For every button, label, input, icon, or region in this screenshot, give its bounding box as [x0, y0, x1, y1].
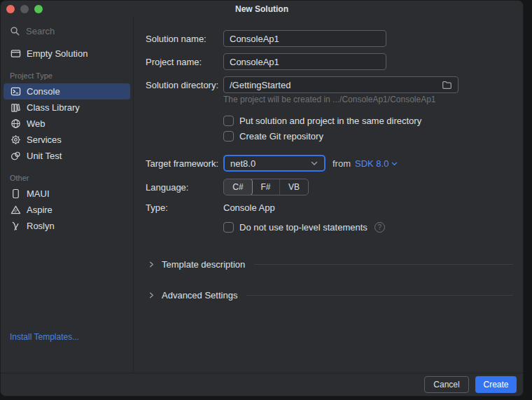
sdk-version-dropdown[interactable]: SDK 8.0 — [355, 158, 398, 169]
sidebar-item-aspire[interactable]: Aspire — [4, 202, 130, 218]
same-directory-checkbox-row[interactable]: Put solution and project in the same dir… — [223, 116, 513, 126]
language-option-vb[interactable]: VB — [280, 179, 308, 195]
dialog-title: New Solution — [235, 4, 288, 14]
solution-directory-input[interactable]: /GettingStarted — [223, 76, 458, 93]
cancel-button[interactable]: Cancel — [424, 376, 469, 393]
chevron-right-icon — [146, 258, 157, 270]
minimize-window-button[interactable] — [20, 5, 29, 13]
dialog-footer: Cancel Create — [1, 373, 523, 396]
sidebar-item-roslyn[interactable]: Roslyn — [4, 218, 130, 234]
chevron-down-icon — [391, 160, 398, 167]
sidebar-item-services[interactable]: Services — [4, 132, 130, 148]
search-placeholder: Search — [26, 26, 55, 36]
language-option-csharp[interactable]: C# — [223, 179, 253, 195]
zoom-window-button[interactable] — [34, 5, 43, 13]
type-value: Console App — [223, 202, 275, 213]
sidebar-item-unit-test[interactable]: Unit Test — [4, 148, 130, 164]
target-framework-label: Target framework: — [146, 158, 223, 169]
same-directory-checkbox[interactable] — [223, 116, 234, 126]
solution-directory-label: Solution directory: — [146, 80, 223, 90]
chevron-down-icon — [309, 158, 320, 169]
chevron-right-icon — [146, 289, 157, 301]
top-level-statements-checkbox-row[interactable]: Do not use top-level statements ? — [223, 222, 513, 233]
git-repository-checkbox-row[interactable]: Create Git repository — [223, 131, 513, 142]
test-icon — [10, 151, 21, 162]
search-input[interactable]: Search — [1, 22, 133, 39]
template-description-section[interactable]: Template description — [146, 258, 513, 270]
language-segmented-control: C# F# VB — [223, 179, 309, 195]
solution-name-input[interactable]: ConsoleAp1 — [223, 30, 386, 47]
new-solution-form: Solution name: ConsoleAp1 Project name: … — [134, 18, 523, 373]
gear-icon — [10, 135, 21, 146]
target-framework-select[interactable]: net8.0 — [223, 155, 326, 172]
section-divider — [254, 264, 513, 265]
empty-solution-icon — [10, 48, 21, 60]
section-header-other: Other — [1, 174, 133, 182]
sidebar-item-console[interactable]: Console — [4, 83, 130, 99]
library-icon — [10, 102, 21, 113]
top-level-statements-checkbox[interactable] — [223, 222, 234, 233]
language-label: Language: — [146, 182, 223, 193]
terminal-icon — [10, 86, 21, 97]
create-button[interactable]: Create — [475, 376, 517, 393]
sidebar-item-maui[interactable]: MAUI — [4, 186, 130, 202]
template-sidebar: Search Empty Solution Project Type Conso… — [1, 18, 134, 373]
directory-helper-text: The project will be created in .../Conso… — [223, 95, 513, 104]
sidebar-item-web[interactable]: Web — [4, 116, 130, 132]
folder-icon[interactable] — [441, 79, 452, 90]
install-templates-link[interactable]: Install Templates... — [10, 332, 79, 342]
new-solution-dialog: New Solution Search Empty Solution Proje… — [0, 0, 524, 396]
section-header-project-type: Project Type — [1, 71, 133, 80]
solution-name-label: Solution name: — [146, 34, 223, 44]
search-icon — [9, 25, 20, 36]
triangle-icon — [10, 205, 21, 216]
window-controls — [6, 5, 43, 13]
language-option-fsharp[interactable]: F# — [252, 179, 280, 195]
from-label: from — [332, 158, 351, 169]
sidebar-item-class-library[interactable]: Class Library — [4, 99, 130, 116]
sidebar-item-empty-solution[interactable]: Empty Solution — [4, 46, 130, 62]
globe-icon — [10, 118, 21, 130]
section-divider — [246, 295, 513, 296]
advanced-settings-section[interactable]: Advanced Settings — [146, 289, 513, 301]
git-repository-checkbox[interactable] — [223, 131, 234, 142]
phone-icon — [10, 188, 21, 200]
lambda-icon — [10, 221, 21, 232]
close-window-button[interactable] — [6, 5, 15, 13]
project-name-label: Project name: — [146, 57, 223, 67]
project-name-input[interactable]: ConsoleAp1 — [223, 53, 386, 70]
help-icon[interactable]: ? — [374, 222, 385, 233]
type-label: Type: — [146, 202, 223, 213]
title-bar: New Solution — [1, 1, 523, 18]
